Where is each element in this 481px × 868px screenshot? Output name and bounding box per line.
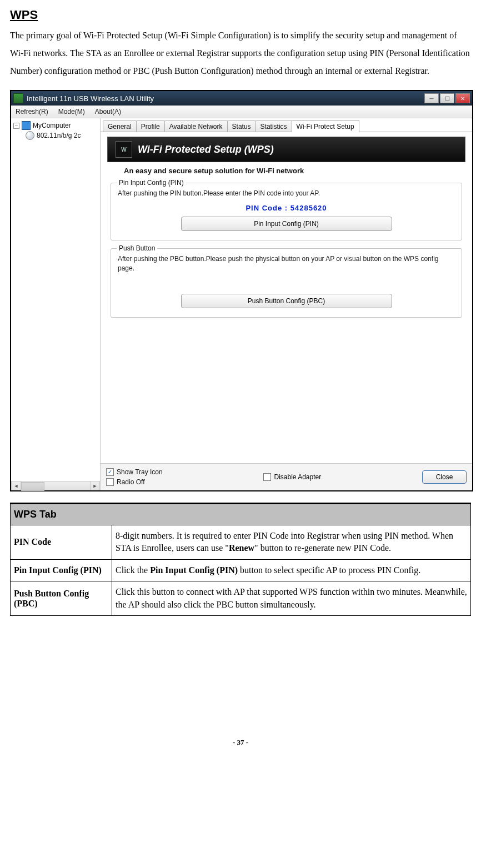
row0-value: 8-digit numbers. It is required to enter… <box>112 525 471 560</box>
titlebar: Intelligent 11n USB Wireless LAN Utility… <box>11 91 472 106</box>
app-icon <box>13 93 23 103</box>
pbc-group-legend: Push Button <box>117 244 157 252</box>
tree-root-label: MyComputer <box>33 122 71 129</box>
row2-value: Click this button to connect with AP tha… <box>112 581 471 616</box>
tree-child[interactable]: 802.11n/b/g 2c <box>24 131 99 141</box>
tree-root[interactable]: − MyComputer <box>12 121 99 131</box>
wps-description-table: WPS Tab PIN Code 8-digit numbers. It is … <box>10 503 471 616</box>
checkbox-unchecked-icon <box>263 473 271 481</box>
menu-mode[interactable]: Mode(M) <box>58 108 85 116</box>
wps-banner: W Wi-Fi Protected Setup (WPS) <box>107 137 465 162</box>
table-header: WPS Tab <box>11 504 471 525</box>
minimize-icon[interactable]: ─ <box>424 93 439 103</box>
disable-adapter-checkbox[interactable]: Disable Adapter <box>263 473 321 481</box>
app-window: Intelligent 11n USB Wireless LAN Utility… <box>10 90 473 491</box>
pin-input-config-button[interactable]: Pin Input Config (PIN) <box>181 217 392 231</box>
wps-banner-title: Wi-Fi Protected Setup (WPS) <box>138 144 274 155</box>
scroll-right-icon[interactable]: ► <box>90 481 100 490</box>
table-row: Push Button Config (PBC) Click this butt… <box>11 581 471 616</box>
show-tray-label: Show Tray Icon <box>117 468 163 476</box>
pin-group-legend: Pin Input Config (PIN) <box>117 179 186 187</box>
radio-off-checkbox[interactable]: Radio Off <box>106 478 163 486</box>
tabs-row: General Profile Available Network Status… <box>101 119 472 132</box>
maximize-icon[interactable]: ☐ <box>440 93 454 103</box>
tab-status[interactable]: Status <box>227 121 256 132</box>
pin-code-value: PIN Code : 54285620 <box>118 204 455 212</box>
tree-child-label: 802.11n/b/g 2c <box>37 132 81 139</box>
tree-pane: − MyComputer 802.11n/b/g 2c ◄ ► <box>11 118 101 490</box>
disable-adapter-label: Disable Adapter <box>274 473 321 481</box>
close-button[interactable]: Close <box>422 470 467 484</box>
tree-scrollbar[interactable]: ◄ ► <box>11 481 100 490</box>
menubar: Refresh(R) Mode(M) About(A) <box>11 106 472 118</box>
checkbox-checked-icon: ✓ <box>106 468 114 476</box>
pbc-group: Push Button After pushing the PBC button… <box>111 248 462 318</box>
menu-refresh[interactable]: Refresh(R) <box>16 108 48 116</box>
checkbox-unchecked-icon <box>106 478 114 486</box>
row2-label: Push Button Config (PBC) <box>11 581 112 616</box>
scroll-thumb[interactable] <box>21 482 44 491</box>
table-row: PIN Code 8-digit numbers. It is required… <box>11 525 471 560</box>
pbc-instruction: After pushing the PBC button.Please push… <box>118 254 455 273</box>
wps-subtitle: An easy and secure setup solution for Wi… <box>107 162 465 180</box>
row1-label: Pin Input Config (PIN) <box>11 559 112 581</box>
row1-value: Click the Pin Input Config (PIN) button … <box>112 559 471 581</box>
menu-about[interactable]: About(A) <box>95 108 121 116</box>
collapse-icon[interactable]: − <box>13 123 19 129</box>
adapter-icon <box>26 131 34 140</box>
footer-bar: ✓ Show Tray Icon Radio Off Disable Adapt… <box>101 463 472 490</box>
scroll-left-icon[interactable]: ◄ <box>11 481 21 490</box>
pin-group: Pin Input Config (PIN) After pushing the… <box>111 183 462 240</box>
close-icon[interactable]: ✕ <box>455 93 470 103</box>
row0-label: PIN Code <box>11 525 112 560</box>
tab-wifi-protect-setup[interactable]: Wi-Fi Protect Setup <box>292 120 359 132</box>
tab-statistics[interactable]: Statistics <box>255 121 292 132</box>
tab-profile[interactable]: Profile <box>136 121 165 132</box>
show-tray-checkbox[interactable]: ✓ Show Tray Icon <box>106 468 163 476</box>
window-title: Intelligent 11n USB Wireless LAN Utility <box>27 94 424 103</box>
page-number: - 37 - <box>10 738 471 747</box>
tab-general[interactable]: General <box>103 121 137 132</box>
computer-icon <box>22 121 31 130</box>
wps-tab-content: W Wi-Fi Protected Setup (WPS) An easy an… <box>101 132 472 463</box>
radio-off-label: Radio Off <box>117 478 144 486</box>
table-row: Pin Input Config (PIN) Click the Pin Inp… <box>11 559 471 581</box>
pin-instruction: After pushing the PIN button.Please ente… <box>118 189 455 198</box>
tab-available-network[interactable]: Available Network <box>164 121 228 132</box>
push-button-config-button[interactable]: Push Button Config (PBC) <box>181 294 392 308</box>
wps-logo-icon: W <box>116 141 132 158</box>
page-title: WPS <box>10 8 471 22</box>
intro-paragraph: The primary goal of Wi-Fi Protected Setu… <box>10 27 471 80</box>
